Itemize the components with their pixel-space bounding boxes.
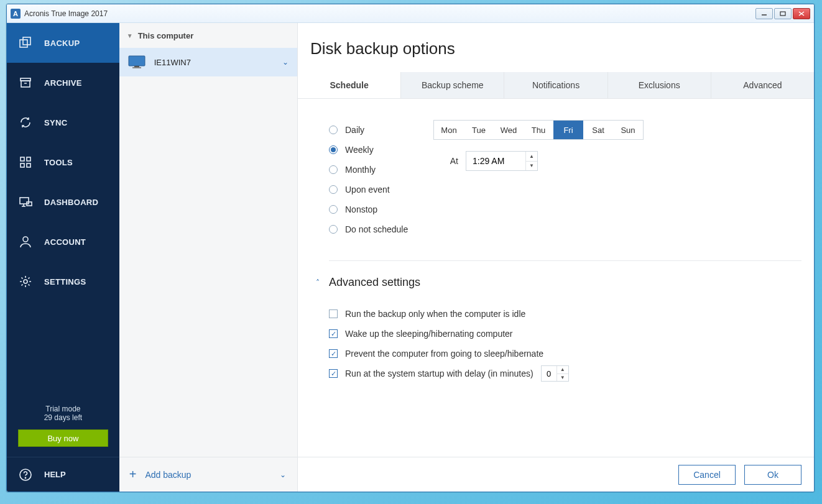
plus-icon: +	[129, 467, 137, 482]
radio-label: Weekly	[345, 145, 374, 155]
tab-notifications[interactable]: Notifications	[504, 72, 607, 98]
backup-icon	[18, 35, 33, 50]
buy-now-button[interactable]: Buy now	[18, 429, 108, 447]
svg-point-17	[23, 237, 28, 242]
svg-rect-5	[23, 37, 30, 45]
check-run-idle[interactable]: Run the backup only when the computer is…	[329, 304, 801, 324]
sidebar-item-label: BACKUP	[44, 39, 80, 48]
delay-input[interactable]	[542, 366, 556, 381]
day-fri[interactable]: Fri	[553, 121, 583, 139]
sidebar-item-label: SYNC	[44, 118, 67, 127]
checkbox-icon: ✓	[329, 369, 338, 378]
radio-weekly[interactable]: Weekly	[329, 140, 441, 160]
tab-backup-scheme[interactable]: Backup scheme	[401, 72, 504, 98]
spinner-up[interactable]: ▲	[526, 152, 537, 162]
tab-exclusions[interactable]: Exclusions	[608, 72, 711, 98]
day-sun[interactable]: Sun	[613, 121, 643, 139]
day-wed[interactable]: Wed	[494, 121, 524, 139]
check-wake-computer[interactable]: ✓ Wake up the sleeping/hibernating compu…	[329, 324, 801, 344]
radio-nonstop[interactable]: Nonstop	[329, 199, 441, 219]
svg-rect-23	[132, 67, 141, 68]
chevron-down-icon[interactable]: ⌄	[280, 470, 286, 479]
check-prevent-sleep[interactable]: ✓ Prevent the computer from going to sle…	[329, 344, 801, 364]
trial-info: Trial mode 29 days left	[7, 400, 119, 429]
radio-daily[interactable]: Daily	[329, 120, 441, 140]
spinner-down[interactable]: ▼	[526, 162, 537, 171]
schedule-radios: Daily Weekly Monthly Upon event Nonstop …	[329, 120, 441, 239]
sidebar-item-dashboard[interactable]: DASHBOARD	[7, 182, 119, 222]
checkbox-icon: ✓	[329, 349, 338, 358]
tab-advanced[interactable]: Advanced	[711, 72, 814, 98]
backup-list-header[interactable]: ▼ This computer	[119, 23, 297, 48]
check-label: Run the backup only when the computer is…	[345, 309, 525, 319]
maximize-button[interactable]	[774, 8, 792, 19]
footer: Cancel Ok	[298, 457, 814, 492]
tab-schedule[interactable]: Schedule	[298, 72, 401, 98]
add-backup-label: Add backup	[145, 470, 191, 480]
main-panel: Disk backup options Schedule Backup sche…	[298, 23, 814, 492]
day-thu[interactable]: Thu	[524, 121, 553, 139]
ok-button[interactable]: Ok	[744, 465, 801, 485]
radio-monthly[interactable]: Monthly	[329, 160, 441, 180]
sidebar-item-settings[interactable]: SETTINGS	[7, 262, 119, 301]
close-button[interactable]	[793, 8, 810, 19]
radio-label: Nonstop	[345, 204, 377, 214]
check-label: Run at the system startup with delay (in…	[345, 369, 533, 378]
window-title: Acronis True Image 2017	[24, 9, 754, 18]
time-input[interactable]	[466, 152, 525, 170]
sidebar-item-archive[interactable]: ARCHIVE	[7, 63, 119, 103]
chevron-down-icon: ▼	[127, 32, 133, 39]
day-sat[interactable]: Sat	[583, 121, 613, 139]
sidebar-item-sync[interactable]: SYNC	[7, 103, 119, 142]
radio-upon-event[interactable]: Upon event	[329, 180, 441, 199]
day-mon[interactable]: Mon	[434, 121, 464, 139]
sidebar-item-tools[interactable]: TOOLS	[7, 142, 119, 182]
checkbox-icon: ✓	[329, 329, 338, 338]
cancel-button[interactable]: Cancel	[678, 465, 736, 485]
trial-mode-text: Trial mode	[7, 405, 119, 413]
minimize-button[interactable]	[755, 8, 773, 19]
chevron-up-icon: ˄	[307, 278, 329, 287]
advanced-settings-label: Advanced settings	[329, 276, 420, 289]
time-picker: ▲ ▼	[466, 151, 538, 171]
backup-list-item-label: IE11WIN7	[154, 58, 191, 67]
spinner-down[interactable]: ▼	[557, 374, 568, 382]
svg-point-20	[25, 477, 25, 478]
svg-point-18	[24, 280, 27, 283]
sidebar-item-label: SETTINGS	[44, 277, 86, 286]
sidebar-item-account[interactable]: ACCOUNT	[7, 222, 119, 262]
svg-rect-12	[27, 163, 30, 167]
trial-days-text: 29 days left	[7, 413, 119, 422]
check-startup-delay[interactable]: ✓ Run at the system startup with delay (…	[329, 364, 801, 383]
schedule-content: Daily Weekly Monthly Upon event Nonstop …	[298, 99, 814, 457]
tabs: Schedule Backup scheme Notifications Exc…	[298, 72, 814, 99]
day-tue[interactable]: Tue	[464, 121, 494, 139]
delay-input-box: ▲ ▼	[541, 365, 569, 382]
app-icon: A	[11, 9, 21, 19]
spinner-up[interactable]: ▲	[557, 366, 568, 374]
advanced-settings-toggle[interactable]: ˄ Advanced settings	[307, 276, 801, 289]
radio-label: Upon event	[345, 185, 390, 195]
delay-spinner: ▲ ▼	[556, 366, 568, 381]
checkbox-icon	[329, 309, 338, 318]
radio-do-not-schedule[interactable]: Do not schedule	[329, 219, 441, 239]
dashboard-icon	[18, 195, 33, 209]
backup-list-header-label: This computer	[138, 31, 194, 40]
time-spinner: ▲ ▼	[525, 152, 537, 170]
titlebar: A Acronis True Image 2017	[7, 4, 814, 23]
divider	[329, 260, 801, 261]
sidebar: BACKUP ARCHIVE SYNC	[7, 23, 119, 492]
svg-rect-22	[134, 66, 139, 67]
svg-rect-11	[21, 163, 24, 167]
sidebar-item-backup[interactable]: BACKUP	[7, 23, 119, 63]
backup-list-item[interactable]: IE11WIN7 ⌄	[119, 48, 297, 76]
sidebar-item-help[interactable]: HELP	[7, 457, 119, 492]
gear-icon	[18, 274, 33, 289]
svg-rect-7	[21, 81, 30, 87]
radio-label: Monthly	[345, 165, 376, 175]
page-title: Disk backup options	[298, 23, 814, 72]
chevron-down-icon[interactable]: ⌄	[282, 58, 289, 66]
check-label: Wake up the sleeping/hibernating compute…	[345, 329, 513, 339]
add-backup-button[interactable]: + Add backup ⌄	[119, 457, 297, 492]
sidebar-item-label: ACCOUNT	[44, 237, 86, 247]
